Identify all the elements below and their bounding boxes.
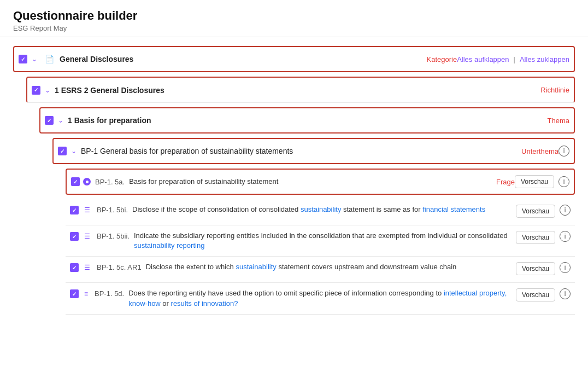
chevron-general-disclosures[interactable]: ⌄ bbox=[32, 55, 37, 63]
chevron-esrs2[interactable]: ⌄ bbox=[45, 86, 50, 94]
bp1-5a-category: Frage bbox=[496, 178, 515, 186]
page-title: Questionnaire builder bbox=[13, 9, 575, 23]
main-content: ⌄ 📄 General Disclosures Kategorie Alles … bbox=[0, 37, 588, 323]
page-header: Questionnaire builder ESG Report May bbox=[0, 0, 588, 37]
lines-icon-bp1-5c-ar1: ☰ bbox=[84, 264, 90, 271]
cross-lines-icon-bp1-5d: ≡ bbox=[84, 290, 88, 298]
bp1-5bi-text: Disclose if the scope of consolidation o… bbox=[132, 205, 516, 214]
checkbox-bp1-5bi[interactable] bbox=[70, 206, 79, 214]
bp1-5bi-info-icon[interactable]: i bbox=[560, 205, 571, 216]
checkbox-esrs2[interactable] bbox=[32, 86, 40, 95]
esrs2-label: 1 ESRS 2 General Disclosures bbox=[55, 86, 527, 95]
bp1-category: Unterthema bbox=[521, 147, 558, 155]
chevron-basis-prep[interactable]: ⌄ bbox=[58, 117, 63, 124]
row-bp1-5a: BP-1. 5a. Basis for preparation of susta… bbox=[66, 169, 575, 195]
checkbox-bp1-5bii[interactable] bbox=[70, 232, 79, 241]
row-bp1-5c-ar1: ☰ BP-1. 5c. AR1 Disclose the extent to w… bbox=[66, 257, 575, 283]
checkbox-bp1-5c-ar1[interactable] bbox=[70, 263, 79, 272]
bp1-5a-preview-btn[interactable]: Vorschau bbox=[515, 175, 554, 188]
page-subtitle: ESG Report May bbox=[13, 24, 575, 32]
bp1-5d-info-icon[interactable]: i bbox=[560, 288, 571, 299]
row-bp1: ⌄ BP-1 General basis for preparation of … bbox=[52, 138, 575, 164]
bp1-5bii-preview-btn[interactable]: Vorschau bbox=[516, 231, 555, 244]
bp1-5bii-info-icon[interactable]: i bbox=[560, 231, 571, 242]
row-esrs2: ⌄ 1 ESRS 2 General Disclosures Richtlini… bbox=[26, 77, 575, 103]
alles-aufklappen-btn[interactable]: Alles aufklappen bbox=[457, 55, 509, 63]
bp1-5bii-code: BP-1. 5bii. bbox=[97, 231, 130, 240]
bp1-5c-ar1-text: Disclose the extent to which sustainabil… bbox=[146, 262, 516, 272]
checkbox-bp1[interactable] bbox=[58, 147, 67, 155]
alles-divider: | bbox=[514, 55, 515, 63]
radio-bp1-5a[interactable] bbox=[83, 178, 91, 185]
bp1-info-icon[interactable]: i bbox=[558, 146, 569, 156]
bp1-5c-ar1-code: BP-1. 5c. AR1 bbox=[97, 262, 142, 271]
row-bp1-5bii: ☰ BP-1. 5bii. Indicate the subsidiary re… bbox=[66, 225, 575, 257]
row-bp1-5d: ≡ BP-1. 5d. Does the reporting entity ha… bbox=[66, 283, 575, 314]
checkbox-basis-prep[interactable] bbox=[45, 116, 54, 125]
bp1-5d-code: BP-1. 5d. bbox=[95, 288, 124, 298]
row-general-disclosures: ⌄ 📄 General Disclosures Kategorie Alles … bbox=[13, 46, 575, 72]
basis-prep-label: 1 Basis for preparation bbox=[68, 116, 534, 125]
checkbox-bp1-5a[interactable] bbox=[71, 177, 80, 186]
bp1-5a-text: Basis for preparation of sustainability … bbox=[129, 177, 487, 187]
bp1-5a-info-icon[interactable]: i bbox=[558, 176, 569, 187]
alles-zuklappen-btn[interactable]: Alles zuklappen bbox=[520, 55, 569, 63]
bp1-5bi-preview-btn[interactable]: Vorschau bbox=[516, 205, 555, 218]
row-bp1-5bi: ☰ BP-1. 5bi. Disclose if the scope of co… bbox=[66, 199, 575, 225]
doc-icon-general-disclosures: 📄 bbox=[45, 55, 54, 63]
bp1-5d-text: Does the reporting entity have used the … bbox=[128, 288, 516, 308]
bp1-5bii-text: Indicate the subsidiary reporting entiti… bbox=[134, 231, 516, 251]
alles-actions: Alles aufklappen | Alles zuklappen bbox=[457, 55, 569, 63]
chevron-bp1[interactable]: ⌄ bbox=[71, 147, 77, 155]
checkbox-bp1-5d[interactable] bbox=[70, 289, 79, 298]
bp1-5a-code: BP-1. 5a. bbox=[95, 178, 125, 186]
esrs2-category: Richtlinie bbox=[540, 86, 569, 94]
general-disclosures-category: Kategorie bbox=[426, 55, 457, 63]
lines-icon-bp1-5bii: ☰ bbox=[84, 233, 90, 240]
bp1-label: BP-1 General basis for preparation of su… bbox=[81, 147, 508, 155]
bp1-5bi-code: BP-1. 5bi. bbox=[97, 205, 128, 214]
row-basis-prep: ⌄ 1 Basis for preparation Thema bbox=[39, 107, 575, 134]
lines-icon-bp1-5bi: ☰ bbox=[84, 206, 90, 214]
basis-prep-category: Thema bbox=[548, 117, 569, 125]
bp1-5d-preview-btn[interactable]: Vorschau bbox=[516, 288, 555, 301]
bp1-5c-ar1-preview-btn[interactable]: Vorschau bbox=[516, 262, 555, 275]
checkbox-general-disclosures[interactable] bbox=[19, 55, 27, 63]
general-disclosures-label: General Disclosures bbox=[60, 55, 413, 63]
bp1-5c-ar1-info-icon[interactable]: i bbox=[560, 262, 571, 273]
